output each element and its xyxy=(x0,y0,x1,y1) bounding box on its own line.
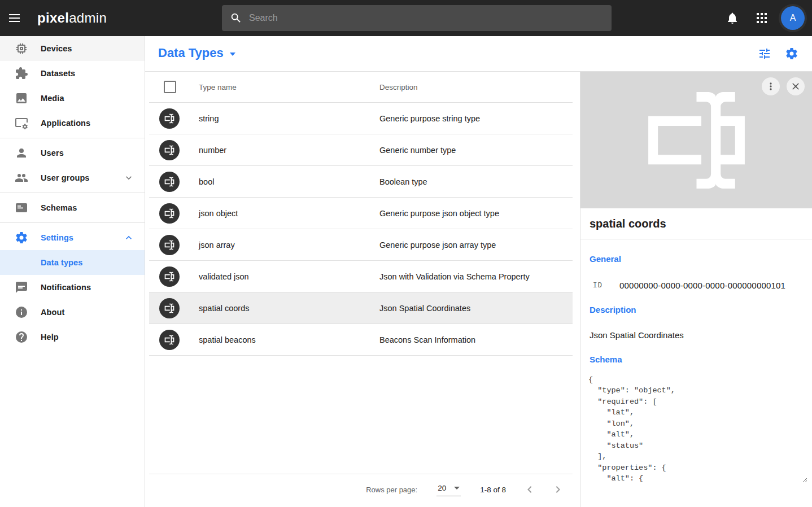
textbox-cursor-icon xyxy=(159,235,180,255)
app-logo: pixeladmin xyxy=(37,10,107,26)
sidebar-item-applications[interactable]: Applications xyxy=(0,111,145,136)
textbox-cursor-icon xyxy=(159,172,180,192)
table-row[interactable]: json object Generic purpose json object … xyxy=(149,198,573,229)
puzzle-icon xyxy=(15,67,28,80)
detail-panel: spatial coords General ID 00000000-0000-… xyxy=(580,72,812,507)
kebab-menu-icon[interactable] xyxy=(762,77,780,95)
sidebar-item-about[interactable]: About xyxy=(0,300,145,325)
sidebar-item-label: Datasets xyxy=(41,69,75,78)
top-bar: pixeladmin A xyxy=(0,0,812,36)
description-cell: Boolean type xyxy=(379,177,427,186)
apps-grid-icon[interactable] xyxy=(750,7,773,29)
description-value: Json Spatial Coordinates xyxy=(590,330,812,340)
select-all-checkbox[interactable] xyxy=(164,81,176,93)
tune-icon[interactable] xyxy=(758,47,771,60)
table-row[interactable]: string Generic purpose string type xyxy=(149,103,573,134)
avatar-initial: A xyxy=(790,13,796,23)
sidebar-item-data-types[interactable]: Data types xyxy=(0,250,145,275)
column-header-type-name: Type name xyxy=(199,83,237,91)
column-header-description: Description xyxy=(379,83,418,91)
logo-light: admin xyxy=(69,10,107,25)
type-name-cell: string xyxy=(199,114,219,123)
table-row[interactable]: spatial beacons Beacons Scan Information xyxy=(149,324,573,356)
sidebar-item-media[interactable]: Media xyxy=(0,86,145,111)
sidebar-item-label: Settings xyxy=(41,233,73,242)
rows-per-page-label: Rows per page: xyxy=(366,486,417,494)
sidebar-item-notifications[interactable]: Notifications xyxy=(0,275,145,300)
sidebar-item-help[interactable]: Help xyxy=(0,325,145,349)
sidebar-item-schemas[interactable]: Schemas xyxy=(0,195,145,220)
help-icon xyxy=(15,330,28,344)
type-name-cell: spatial coords xyxy=(199,304,249,313)
rows-per-page-select[interactable]: 20 xyxy=(436,483,461,496)
chevron-right-icon[interactable] xyxy=(551,483,565,496)
description-cell: Generic purpose string type xyxy=(379,114,480,123)
textbox-cursor-icon xyxy=(159,330,180,350)
id-label: ID xyxy=(593,282,603,290)
chevron-left-icon[interactable] xyxy=(523,483,536,496)
sidebar-item-users[interactable]: Users xyxy=(0,141,145,165)
type-name-cell: json array xyxy=(199,241,235,250)
table-row[interactable]: json array Generic purpose json array ty… xyxy=(149,229,573,261)
sidebar-divider xyxy=(0,222,145,223)
type-name-cell: validated json xyxy=(199,272,249,281)
table-row-selected[interactable]: spatial coords Json Spatial Coordinates xyxy=(149,292,573,324)
sidebar-item-datasets[interactable]: Datasets xyxy=(0,61,145,86)
description-cell: Generic number type xyxy=(379,146,456,155)
page-header: Data Types xyxy=(145,36,812,72)
close-icon[interactable] xyxy=(787,77,805,95)
sidebar-item-settings[interactable]: Settings xyxy=(0,225,145,250)
sidebar-item-label: About xyxy=(41,308,64,317)
header-actions xyxy=(758,47,798,60)
table-pagination: Rows per page: 20 1-8 of 8 xyxy=(149,474,573,505)
bell-icon[interactable] xyxy=(721,7,744,29)
page-title-dropdown[interactable]: Data Types xyxy=(158,46,235,60)
person-icon xyxy=(15,146,28,160)
people-icon xyxy=(15,171,28,185)
textbox-cursor-icon xyxy=(639,82,754,198)
description-cell: Json Spatial Coordinates xyxy=(379,304,470,313)
logo-bold: pixel xyxy=(37,10,69,25)
description-cell: Generic purpose json object type xyxy=(379,209,499,218)
type-name-cell: json object xyxy=(199,209,238,218)
sidebar-item-label: Applications xyxy=(41,119,90,128)
sidebar-divider xyxy=(0,138,145,138)
textbox-cursor-icon xyxy=(159,266,180,287)
textbox-cursor-icon xyxy=(159,140,180,160)
sidebar-item-label: Devices xyxy=(41,44,72,53)
rows-per-page-value: 20 xyxy=(438,484,446,492)
gear-icon[interactable] xyxy=(785,47,798,60)
sidebar-item-devices[interactable]: Devices xyxy=(0,36,145,61)
table-row[interactable]: number Generic number type xyxy=(149,134,573,166)
sidebar-item-label: Help xyxy=(41,333,59,342)
search-box xyxy=(222,5,612,31)
search-input[interactable] xyxy=(248,5,612,32)
chip-icon xyxy=(15,42,28,55)
textbox-cursor-icon xyxy=(159,298,180,318)
info-icon xyxy=(15,305,28,319)
detail-banner xyxy=(580,72,812,208)
menu-icon[interactable] xyxy=(8,11,21,25)
sidebar-item-label: Notifications xyxy=(41,283,91,292)
id-row: ID 00000000-0000-0000-0000-000000000101 xyxy=(593,281,812,290)
sidebar-item-label: Media xyxy=(41,94,64,103)
schema-code-editor[interactable]: { "type": "object", "required": [ "lat",… xyxy=(588,374,807,483)
description-cell: Beacons Scan Information xyxy=(379,335,475,344)
sidebar-item-label: Users xyxy=(41,148,64,158)
sidebar-item-user-groups[interactable]: User groups xyxy=(0,165,145,190)
sidebar-item-label: User groups xyxy=(41,173,90,182)
sidebar-item-label: Schemas xyxy=(41,203,77,212)
page-title: Data Types xyxy=(158,46,224,60)
description-cell: Generic purpose json array type xyxy=(379,241,496,250)
type-name-cell: bool xyxy=(199,177,214,186)
table-row[interactable]: bool Boolean type xyxy=(149,166,573,198)
table-header-row: Type name Description xyxy=(149,72,573,103)
gear-icon xyxy=(15,231,28,244)
schema-section-label: Schema xyxy=(590,355,812,364)
type-name-cell: spatial beacons xyxy=(199,335,256,344)
table-row[interactable]: validated json Json with Validation via … xyxy=(149,261,573,292)
type-name-cell: number xyxy=(199,146,226,155)
avatar[interactable]: A xyxy=(781,6,805,30)
caret-down-icon xyxy=(454,487,460,489)
detail-title: spatial coords xyxy=(580,208,812,239)
